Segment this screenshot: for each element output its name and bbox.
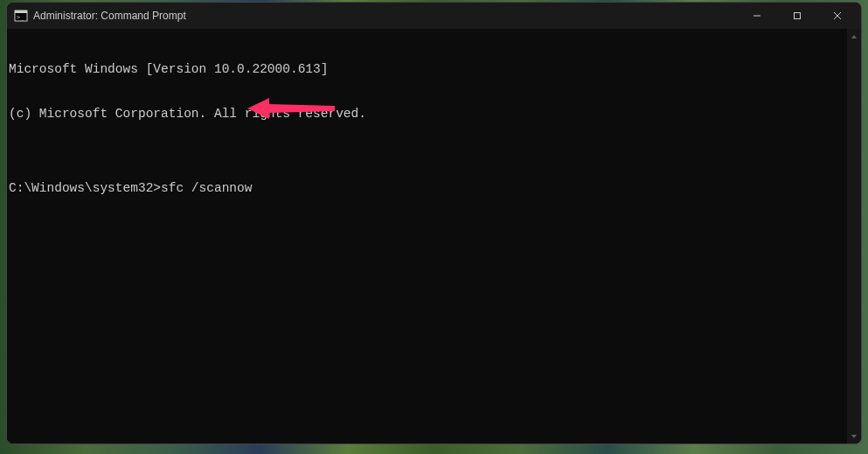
- cmd-icon: >_: [14, 9, 28, 23]
- scroll-up-icon[interactable]: [847, 29, 861, 44]
- window-title: Administrator: Command Prompt: [33, 10, 737, 22]
- scroll-down-icon[interactable]: [847, 429, 861, 444]
- copyright-line: (c) Microsoft Corporation. All rights re…: [9, 107, 861, 122]
- close-button[interactable]: [817, 3, 858, 29]
- svg-text:>_: >_: [17, 14, 24, 21]
- command-input[interactable]: sfc /scannow: [161, 181, 252, 196]
- maximize-button[interactable]: [777, 3, 817, 29]
- terminal-output: Microsoft Windows [Version 10.0.22000.61…: [7, 32, 861, 226]
- version-line: Microsoft Windows [Version 10.0.22000.61…: [9, 62, 861, 77]
- svg-marker-8: [851, 435, 857, 438]
- svg-marker-7: [851, 35, 857, 38]
- minimize-button[interactable]: [737, 3, 777, 29]
- vertical-scrollbar[interactable]: [847, 29, 861, 444]
- svg-rect-4: [795, 13, 801, 19]
- svg-rect-1: [15, 10, 27, 13]
- titlebar[interactable]: >_ Administrator: Command Prompt: [7, 3, 861, 29]
- prompt-line: C:\Windows\system32>sfc /scannow: [9, 181, 861, 196]
- prompt-path: C:\Windows\system32>: [9, 181, 161, 196]
- window-controls: [737, 3, 858, 29]
- terminal-body[interactable]: Microsoft Windows [Version 10.0.22000.61…: [7, 29, 861, 444]
- command-prompt-window: >_ Administrator: Command Prompt Microso…: [6, 2, 862, 444]
